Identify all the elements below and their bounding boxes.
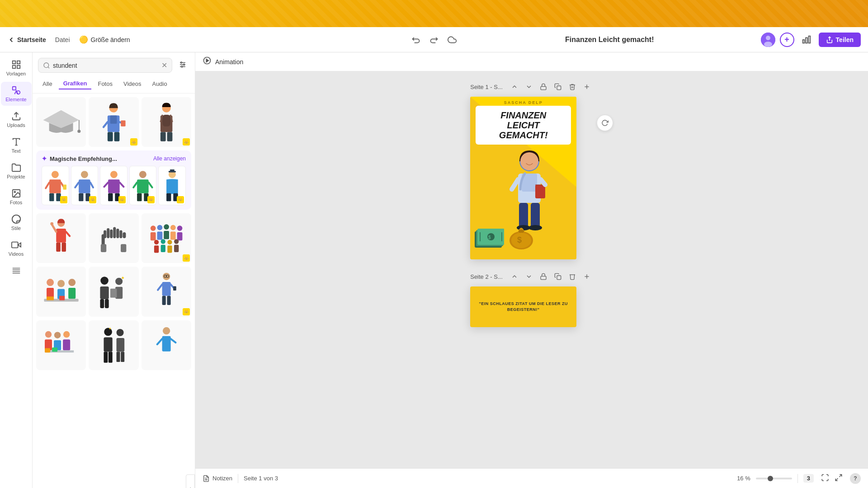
fit-screen-button[interactable] [819, 472, 831, 485]
svg-rect-5 [808, 36, 810, 43]
svg-point-1 [766, 36, 770, 40]
student-female-icon [94, 102, 133, 142]
header-right: Finanzen Leicht gemacht! + Teilen [463, 32, 861, 47]
tab-fotos[interactable]: Fotos [93, 78, 117, 89]
filter-button[interactable] [176, 58, 189, 73]
svg-rect-153 [104, 337, 113, 352]
refresh-icon [601, 119, 609, 127]
refresh-button[interactable] [597, 115, 613, 131]
svg-rect-158 [117, 352, 120, 361]
svg-text:✦: ✦ [121, 276, 125, 281]
sidebar-item-projekte[interactable]: Projekte [1, 159, 32, 183]
size-label: Größe ändern [91, 36, 130, 43]
share-button[interactable]: Teilen [819, 33, 861, 47]
page-add-button[interactable] [580, 80, 593, 93]
magic-header: ✦ Magische Empfehlung... Alle anzeigen [42, 155, 186, 162]
sidebar-item-fotos[interactable]: Fotos [1, 185, 32, 209]
tab-alle[interactable]: Alle [38, 78, 57, 89]
canvas-scroll[interactable]: Seite 1 - S... [195, 71, 868, 468]
sidebar-item-videos[interactable]: Videos [1, 236, 32, 260]
girl-pointing-icon [41, 218, 81, 258]
page-duplicate-button[interactable] [552, 80, 564, 93]
page-delete-button[interactable] [566, 80, 579, 93]
svg-rect-43 [114, 132, 120, 141]
undo-button[interactable] [409, 33, 423, 47]
magic-item-5[interactable]: 👑 [158, 166, 186, 205]
result-item-student-f[interactable]: 👑 [89, 97, 138, 147]
plus-icon-2 [583, 273, 590, 280]
result-item-crowd[interactable]: 👑 [142, 213, 191, 263]
magic-item-1[interactable]: 👑 [42, 166, 69, 205]
result-item-group-2[interactable]: ✦ [89, 267, 138, 316]
result-item-person-standing[interactable]: 👑 [142, 267, 191, 316]
redo-button[interactable] [427, 33, 441, 47]
hide-panel-button[interactable]: ‹ [186, 474, 195, 488]
header-left: Startseite Datei 🟡 Größe ändern [7, 34, 405, 45]
page-collapse-button[interactable] [508, 80, 521, 93]
sidebar-item-elemente[interactable]: Elemente [1, 82, 32, 106]
search-input[interactable] [53, 62, 159, 69]
result-item-hands[interactable] [89, 213, 138, 263]
add-user-button[interactable]: + [780, 33, 794, 47]
result-item-student-m[interactable]: 👑 [142, 97, 191, 147]
help-button[interactable]: ? [850, 473, 861, 484]
avatar [761, 33, 775, 47]
sidebar-item-pattern[interactable] [1, 262, 32, 279]
save-cloud-button[interactable] [445, 33, 459, 47]
search-panel: ✕ Alle Grafiken Fotos Videos Audio [33, 52, 195, 488]
analytics-button[interactable] [799, 32, 814, 47]
tab-videos[interactable]: Videos [119, 78, 146, 89]
doc-title: Finanzen Leicht gemacht! [463, 36, 756, 44]
zoom-thumb[interactable] [768, 476, 773, 481]
fullscreen-button[interactable] [833, 472, 844, 485]
magic-item-2[interactable]: 👑 [71, 166, 99, 205]
svg-rect-128 [105, 299, 109, 308]
svg-text:✦: ✦ [108, 326, 112, 330]
page2-lock-button[interactable] [537, 270, 550, 283]
svg-rect-148 [63, 339, 70, 350]
svg-point-102 [164, 224, 169, 230]
sidebar-item-vorlagen[interactable]: Vorlagen [1, 56, 32, 80]
page2-duplicate-button[interactable] [552, 270, 564, 283]
premium-badge-m5: 👑 [177, 196, 184, 203]
poster-page-1[interactable]: SASCHA DELP FINANZENLEICHTGEMACHT! [470, 97, 576, 259]
result-item-cap[interactable] [36, 97, 86, 147]
svg-point-2 [764, 42, 772, 47]
result-item-duo[interactable]: ✦ [89, 320, 138, 370]
result-item-girl-pointing[interactable] [36, 213, 86, 263]
magic-item-3[interactable]: 👑 [100, 166, 127, 205]
svg-rect-127 [100, 299, 104, 308]
poster-preview-2[interactable]: "EIN SCHLAUES ZITAT UM DIE LESER ZU BEGE… [470, 286, 576, 327]
file-button[interactable]: Datei [52, 34, 74, 45]
back-button[interactable]: Startseite [7, 36, 46, 44]
page2-add-button[interactable] [580, 270, 593, 283]
show-all-button[interactable]: Alle anzeigen [153, 155, 186, 162]
sidebar-item-uploads[interactable]: Uploads [1, 108, 32, 131]
separator-2 [797, 474, 798, 483]
resize-button[interactable]: 🟡 Größe ändern [79, 35, 130, 44]
sidebar-item-text[interactable]: Text [1, 133, 32, 157]
notes-button[interactable]: Notizen [203, 475, 232, 482]
svg-line-55 [46, 182, 50, 188]
zoom-track[interactable] [756, 478, 792, 479]
svg-rect-121 [68, 288, 75, 299]
tab-grafiken[interactable]: Grafiken [59, 78, 92, 89]
page2-collapse-button[interactable] [508, 270, 521, 283]
notes-icon [203, 475, 210, 482]
sidebar-item-stile[interactable]: Stile [1, 211, 32, 235]
clear-search-button[interactable]: ✕ [161, 61, 167, 70]
result-item-classroom[interactable] [36, 320, 86, 370]
result-item-partial[interactable] [142, 320, 191, 370]
svg-point-104 [170, 225, 176, 230]
page-lock-button[interactable] [537, 80, 550, 93]
tab-audio[interactable]: Audio [147, 78, 171, 89]
header-toolbar: Startseite Datei 🟡 Größe ändern Fin [0, 27, 868, 52]
page2-expand-button[interactable] [523, 270, 535, 283]
magic-item-4[interactable]: 👑 [129, 166, 157, 205]
svg-point-116 [47, 279, 54, 286]
page2-delete-button[interactable] [566, 270, 579, 283]
result-item-group-1[interactable] [36, 267, 86, 316]
svg-rect-103 [164, 231, 169, 239]
main-layout: Vorlagen Elemente Uploads [0, 52, 868, 488]
page-expand-button[interactable] [523, 80, 535, 93]
